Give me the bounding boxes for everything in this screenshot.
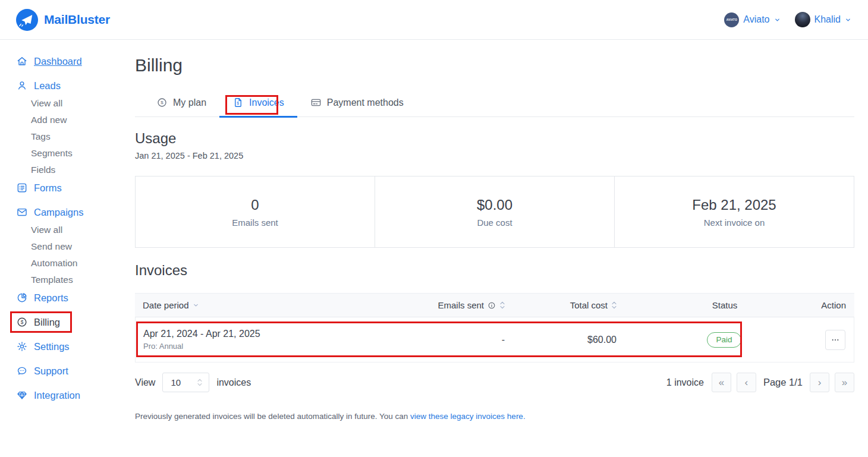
invoices-section: Invoices Date period Emails sent — [135, 262, 854, 421]
last-page-button[interactable]: » — [835, 373, 854, 392]
user-label: Khalid — [814, 14, 841, 25]
sidebar-item-integration[interactable]: Integration — [16, 389, 80, 402]
stat-card-due-cost: $0.00 Due cost — [375, 177, 615, 247]
sort-icon — [499, 301, 505, 310]
usage-period: Jan 21, 2025 - Feb 21, 2025 — [135, 151, 854, 160]
invoice-row[interactable]: Apr 21, 2024 - Apr 21, 2025 Pro: Annual … — [136, 317, 854, 362]
billing-tabs: $ My plan $ Invoices Payment methods — [135, 91, 854, 117]
sidebar: Dashboard Leads View all Add new Tags Se… — [0, 40, 134, 457]
sidebar-item-campaigns[interactable]: Campaigns — [16, 206, 83, 219]
legacy-note-text: Previously generated invoices will be de… — [135, 412, 410, 421]
sidebar-item-campaigns-templates[interactable]: Templates — [16, 275, 73, 285]
workspace-menu[interactable]: AVIATO Aviato — [724, 12, 780, 27]
legacy-invoices-link[interactable]: view these legacy invoices here. — [410, 412, 526, 421]
sidebar-item-leads-segments[interactable]: Segments — [16, 148, 73, 159]
stat-value: $0.00 — [477, 197, 512, 213]
info-icon — [488, 301, 496, 310]
stepper-chevrons-icon[interactable] — [197, 378, 203, 387]
svg-text:$: $ — [237, 101, 239, 105]
sidebar-item-leads-fields[interactable]: Fields — [16, 165, 55, 175]
dollar-badge-icon: $ — [156, 97, 168, 108]
leads-sub-list: View all Add new Tags Segments Fields — [16, 98, 134, 175]
tab-my-plan-label: My plan — [173, 97, 206, 108]
gear-icon — [16, 341, 28, 352]
gem-icon — [16, 389, 28, 401]
top-bar: MailBluster AVIATO Aviato Khalid — [0, 0, 868, 40]
first-page-button[interactable]: « — [712, 373, 731, 392]
mailbluster-logo-icon — [16, 9, 38, 31]
svg-text:$: $ — [161, 100, 163, 105]
pie-chart-icon — [16, 292, 28, 304]
sort-icon — [611, 301, 617, 310]
home-icon — [16, 55, 28, 67]
sidebar-item-campaigns-automation[interactable]: Automation — [16, 258, 77, 269]
tab-invoices[interactable]: $ Invoices — [219, 91, 297, 116]
invoice-actions-button[interactable] — [825, 330, 845, 350]
sidebar-item-campaigns-send-new[interactable]: Send new — [16, 241, 72, 252]
column-action: Action — [782, 300, 854, 310]
chevron-down-icon — [193, 302, 199, 308]
form-list-icon — [16, 182, 28, 194]
invoices-table-body: Apr 21, 2024 - Apr 21, 2025 Pro: Annual … — [135, 317, 854, 363]
column-total-cost[interactable]: Total cost — [570, 300, 617, 310]
sidebar-item-settings[interactable]: Settings — [16, 340, 70, 353]
user-menu[interactable]: Khalid — [795, 12, 851, 27]
campaigns-sub-list: View all Send new Automation Templates — [16, 225, 134, 285]
person-icon — [16, 80, 28, 92]
tab-my-plan[interactable]: $ My plan — [143, 91, 219, 116]
invoice-plan: Pro: Annual — [143, 342, 419, 351]
dollar-circle-icon: $ — [16, 316, 28, 328]
page-title: Billing — [135, 55, 854, 75]
stat-card-next-invoice: Feb 21, 2025 Next invoice on — [615, 177, 854, 247]
stat-value: Feb 21, 2025 — [692, 197, 776, 213]
page-indicator: Page 1/1 — [763, 377, 803, 388]
sidebar-item-leads-tags[interactable]: Tags — [16, 131, 51, 142]
legacy-invoices-note: Previously generated invoices will be de… — [135, 412, 854, 421]
sidebar-item-support[interactable]: Support — [16, 364, 68, 377]
status-badge-paid: Paid — [707, 332, 741, 348]
invoices-table-header: Date period Emails sent — [135, 293, 854, 317]
stat-card-emails-sent: 0 Emails sent — [136, 177, 375, 247]
pagination-bar: View 10 invoices 1 invoice « ‹ Page 1/1 … — [135, 373, 854, 392]
sidebar-item-dashboard[interactable]: Dashboard — [16, 55, 82, 68]
envelope-icon — [16, 206, 28, 218]
per-page-stepper[interactable]: 10 — [162, 373, 209, 392]
usage-title: Usage — [135, 130, 854, 147]
usage-section: Usage Jan 21, 2025 - Feb 21, 2025 0 Emai… — [135, 130, 854, 248]
per-page-value: 10 — [171, 377, 181, 387]
invoice-period: Apr 21, 2024 - Apr 21, 2025 — [143, 329, 419, 339]
stat-value: 0 — [251, 197, 259, 213]
svg-text:$: $ — [21, 319, 24, 325]
invoices-title: Invoices — [135, 262, 854, 279]
column-status: Status — [667, 300, 782, 310]
sidebar-item-leads[interactable]: Leads — [16, 79, 61, 92]
chat-bubble-icon — [16, 365, 28, 377]
sidebar-item-forms[interactable]: Forms — [16, 181, 62, 194]
usage-stat-cards: 0 Emails sent $0.00 Due cost Feb 21, 202… — [135, 176, 854, 248]
invoice-total-cost: $60.00 — [508, 335, 666, 345]
per-page-unit-label: invoices — [216, 377, 251, 388]
brand-name: MailBluster — [44, 12, 110, 27]
workspace-avatar: AVIATO — [724, 12, 739, 27]
sidebar-item-leads-add-new[interactable]: Add new — [16, 115, 67, 125]
tab-payment-methods[interactable]: Payment methods — [297, 91, 417, 116]
sidebar-item-billing[interactable]: $ Billing — [16, 316, 60, 329]
view-label: View — [135, 377, 155, 388]
main-content: Billing $ My plan $ Invoices Payment met… — [134, 40, 868, 457]
sidebar-item-reports[interactable]: Reports — [16, 291, 68, 304]
chevron-down-icon — [774, 17, 781, 23]
next-page-button[interactable]: › — [810, 373, 829, 392]
stat-label: Due cost — [477, 218, 512, 228]
stat-label: Next invoice on — [704, 218, 765, 228]
invoice-count: 1 invoice — [666, 377, 704, 388]
sidebar-item-campaigns-view-all[interactable]: View all — [16, 225, 62, 235]
sidebar-item-leads-view-all[interactable]: View all — [16, 98, 62, 109]
ellipsis-icon — [831, 335, 840, 345]
column-date-period[interactable]: Date period — [143, 300, 199, 310]
brand[interactable]: MailBluster — [16, 9, 110, 31]
column-emails-sent[interactable]: Emails sent — [438, 300, 505, 310]
stat-label: Emails sent — [232, 218, 278, 228]
invoice-document-icon: $ — [232, 97, 244, 108]
previous-page-button[interactable]: ‹ — [737, 373, 756, 392]
chevron-down-icon — [845, 17, 851, 23]
